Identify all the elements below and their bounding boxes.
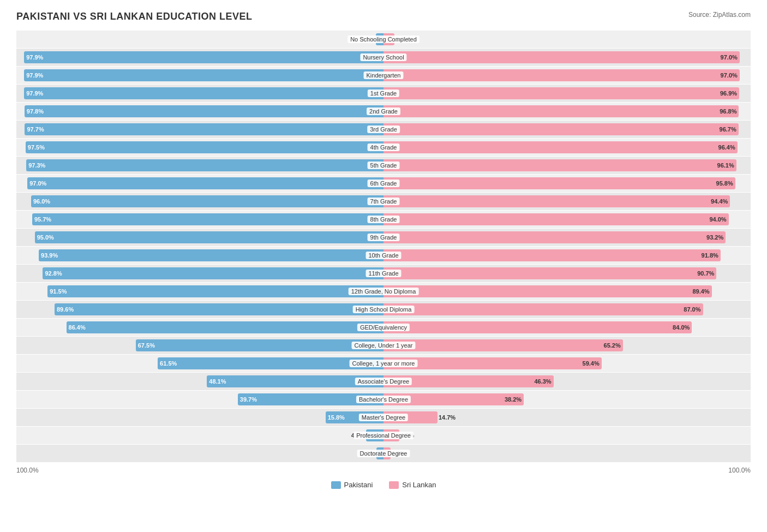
bar-row: 2.1% No Schooling Completed 3.0% (16, 31, 751, 48)
bar-label: 8th Grade (368, 216, 400, 223)
right-val-inside: 87.0% (684, 306, 700, 313)
left-val-inside: 97.8% (27, 108, 44, 115)
legend-item-pakistani: Pakistani (331, 481, 373, 489)
bar-label: 3rd Grade (367, 125, 400, 133)
bar-row: 92.8% 11th Grade 90.7% (16, 265, 751, 282)
bar-label: Bachelor's Degree (356, 396, 411, 403)
right-val-inside: 96.1% (717, 162, 734, 169)
right-val-outside: 14.7% (439, 414, 456, 421)
bar-row: 97.0% 6th Grade 95.8% (16, 175, 751, 192)
left-val-inside: 89.6% (57, 306, 74, 313)
left-val-inside: 97.3% (28, 162, 45, 169)
right-val-inside: 94.4% (711, 198, 728, 205)
left-val-inside: 67.5% (138, 342, 155, 349)
left-val-inside: 91.5% (50, 288, 67, 295)
left-val-inside: 97.9% (26, 72, 43, 79)
left-val-inside: 92.8% (45, 270, 62, 277)
right-val-inside: 46.3% (534, 378, 551, 385)
bar-label: College, Under 1 year (351, 342, 415, 349)
bar-label: Kindergarten (364, 71, 404, 79)
right-val-inside: 97.0% (721, 54, 738, 61)
axis-left: 100.0% (16, 467, 384, 474)
left-val-inside: 96.0% (33, 198, 50, 205)
bar-label: 1st Grade (368, 89, 399, 97)
chart-container: PAKISTANI VS SRI LANKAN EDUCATION LEVEL … (0, 0, 767, 511)
left-val-inside: 15.8% (328, 414, 345, 421)
bar-row: 93.9% 10th Grade 91.8% (16, 247, 751, 264)
left-val-inside: 97.7% (27, 126, 44, 133)
right-val-inside: 91.8% (702, 252, 718, 259)
right-val-inside: 59.4% (583, 360, 600, 367)
right-val-inside: 95.8% (716, 180, 733, 187)
right-val-inside: 94.0% (709, 216, 726, 223)
bar-row: 15.8% Master's Degree 14.7% (16, 409, 751, 426)
bar-row: 2.0% Doctorate Degree 1.9% (16, 445, 751, 462)
bar-label: Nursery School (360, 53, 406, 61)
bar-row: 97.9% Nursery School 97.0% (16, 49, 751, 66)
legend-box-srilankan (389, 481, 399, 489)
bar-label: 9th Grade (368, 234, 400, 241)
bar-label: Master's Degree (359, 414, 408, 421)
bar-row: 48.1% Associate's Degree 46.3% (16, 373, 751, 390)
bar-label: 7th Grade (368, 198, 400, 205)
bar-row: 95.7% 8th Grade 94.0% (16, 211, 751, 228)
right-val-inside: 96.9% (720, 90, 737, 97)
bar-row: 97.5% 4th Grade 96.4% (16, 139, 751, 156)
legend-box-pakistani (331, 481, 341, 489)
bar-row: 91.5% 12th Grade, No Diploma 89.4% (16, 283, 751, 300)
bar-row: 97.3% 5th Grade 96.1% (16, 157, 751, 174)
bar-label: Associate's Degree (355, 378, 412, 385)
bar-row: 97.9% 1st Grade 96.9% (16, 85, 751, 102)
chart-header: PAKISTANI VS SRI LANKAN EDUCATION LEVEL … (16, 11, 751, 22)
chart-source: Source: ZipAtlas.com (688, 11, 751, 19)
bar-label: 6th Grade (368, 180, 400, 187)
bar-row: 67.5% College, Under 1 year 65.2% (16, 337, 751, 354)
left-val-inside: 95.7% (34, 216, 51, 223)
bar-label: 11th Grade (365, 270, 401, 277)
left-val-inside: 48.1% (209, 378, 226, 385)
right-val-inside: 38.2% (505, 396, 522, 403)
bar-row: 95.0% 9th Grade 93.2% (16, 229, 751, 246)
legend-label-pakistani: Pakistani (344, 481, 373, 489)
legend-item-srilankan: Sri Lankan (389, 481, 436, 489)
bar-row: 97.7% 3rd Grade 96.7% (16, 121, 751, 138)
bar-row: 39.7% Bachelor's Degree 38.2% (16, 391, 751, 408)
right-val-inside: 96.7% (720, 126, 736, 133)
right-val-inside: 96.8% (720, 108, 736, 115)
left-val-inside: 61.5% (160, 360, 177, 367)
bar-label: Professional Degree (353, 432, 414, 439)
bar-label: 10th Grade (365, 252, 401, 259)
left-val-inside: 39.7% (240, 396, 257, 403)
axis-row: 100.0% 100.0% (16, 467, 751, 474)
bar-row: 61.5% College, 1 year or more 59.4% (16, 355, 751, 372)
right-val-inside: 93.2% (706, 234, 723, 241)
right-val-inside: 90.7% (697, 270, 714, 277)
left-val-inside: 86.4% (69, 324, 86, 331)
right-val-inside: 96.4% (718, 144, 735, 151)
bar-label: College, 1 year or more (350, 360, 418, 367)
left-val-inside: 95.0% (37, 234, 54, 241)
left-val-inside: 93.9% (41, 252, 58, 259)
bar-label: No Schooling Completed (347, 35, 420, 43)
bar-row: 96.0% 7th Grade 94.4% (16, 193, 751, 210)
bar-label: 4th Grade (368, 144, 400, 151)
left-val-inside: 97.5% (28, 144, 45, 151)
bar-label: Doctorate Degree (357, 450, 410, 457)
legend-label-srilankan: Sri Lankan (402, 481, 436, 489)
bar-label: 5th Grade (368, 162, 400, 169)
legend: Pakistani Sri Lankan (16, 481, 751, 489)
bar-row: 4.8% Professional Degree 4.3% (16, 427, 751, 444)
chart-title: PAKISTANI VS SRI LANKAN EDUCATION LEVEL (16, 11, 253, 22)
bar-row: 89.6% High School Diploma 87.0% (16, 301, 751, 318)
bar-label: GED/Equivalency (357, 324, 410, 331)
right-val-inside: 84.0% (673, 324, 690, 331)
right-val-inside: 65.2% (604, 342, 621, 349)
left-val-inside: 97.0% (29, 180, 46, 187)
axis-right: 100.0% (384, 467, 751, 474)
left-val-inside: 97.9% (26, 90, 43, 97)
bar-row: 86.4% GED/Equivalency 84.0% (16, 319, 751, 336)
bar-label: 12th Grade, No Diploma (349, 288, 419, 295)
left-val-inside: 97.9% (26, 54, 43, 61)
bar-label: High School Diploma (353, 306, 415, 313)
chart-body: 2.1% No Schooling Completed 3.0% 97.9% (16, 31, 751, 462)
